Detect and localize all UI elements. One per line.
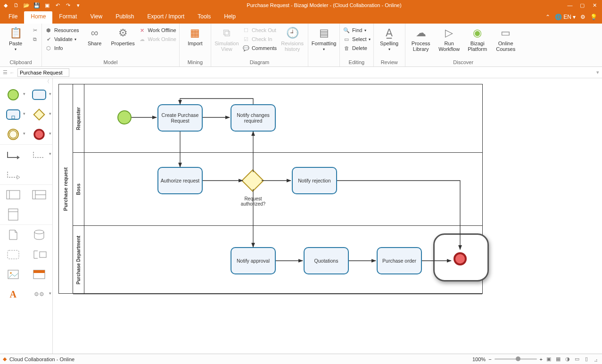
diagram-tab-input[interactable] bbox=[17, 68, 69, 77]
palette-image[interactable] bbox=[0, 265, 26, 284]
task-quotations[interactable]: Quotations bbox=[304, 247, 349, 274]
saveall-icon[interactable]: ▣ bbox=[43, 1, 51, 9]
palette-header[interactable] bbox=[26, 265, 53, 284]
lane-requester[interactable]: Requester Create Purchase Request Notify… bbox=[73, 84, 482, 153]
copy-icon: ⧉ bbox=[31, 35, 39, 43]
fit-icon[interactable]: ▣ bbox=[545, 356, 552, 363]
ribbon: 📋 Paste ▾ ✂ ⧉ Clipboard ⬢Resources ✔Vali… bbox=[0, 24, 602, 67]
language-selector[interactable]: 🌐 EN ▾ bbox=[555, 14, 576, 20]
gear-icon: ⚙ bbox=[116, 26, 130, 40]
canvas[interactable]: Purchase request Requester Create Purcha… bbox=[53, 78, 602, 354]
share-button[interactable]: ∞ Share bbox=[82, 26, 107, 46]
validate-button[interactable]: ✔Validate▾ bbox=[45, 35, 79, 43]
zoom-in-button[interactable]: + bbox=[540, 356, 543, 362]
resources-button[interactable]: ⬢Resources bbox=[45, 26, 79, 34]
select-button[interactable]: ▭Select▾ bbox=[343, 35, 371, 43]
diagram-tree-icon[interactable]: ☰ bbox=[3, 69, 8, 75]
tab-file[interactable]: File bbox=[2, 10, 24, 24]
lane-boss[interactable]: Boss Authorize request Request authorize… bbox=[73, 153, 482, 226]
palette-end-event[interactable]: ▾ bbox=[26, 124, 53, 144]
import-mining-button[interactable]: ▦ Import bbox=[182, 26, 208, 46]
palette-data-store[interactable] bbox=[26, 225, 53, 245]
redo-icon[interactable]: ↷ bbox=[64, 1, 72, 9]
palette-pool[interactable] bbox=[0, 185, 26, 205]
palette-sequence-flow[interactable] bbox=[0, 145, 26, 165]
search-icon: 🔍 bbox=[343, 26, 350, 34]
online-courses-button[interactable]: ▭Online Courses bbox=[493, 26, 519, 52]
bizagi-platform-button[interactable]: ◉Bizagi Platform bbox=[465, 26, 490, 52]
palette-group[interactable] bbox=[0, 245, 26, 265]
ribbon-collapse-icon[interactable]: ⌃ bbox=[545, 14, 550, 20]
hint-icon[interactable]: 💡 bbox=[590, 14, 597, 20]
zoom-out-button[interactable]: − bbox=[488, 356, 491, 362]
tab-tools[interactable]: Tools bbox=[191, 10, 217, 24]
save-icon[interactable]: 💾 bbox=[33, 1, 41, 9]
pool[interactable]: Purchase request Requester Create Purcha… bbox=[58, 84, 483, 294]
settings-icon[interactable]: ⚙ bbox=[580, 14, 586, 20]
close-button[interactable]: ✕ bbox=[591, 2, 598, 8]
qat-dropdown-icon[interactable]: ▾ bbox=[74, 1, 82, 9]
tab-export-import[interactable]: Export / Import bbox=[141, 10, 191, 24]
lane-purchase-department[interactable]: Purchase Department Notify approval Quot… bbox=[73, 226, 482, 294]
simulation-view-button: ⧉ Simulation View bbox=[214, 26, 239, 52]
new-icon[interactable]: 🗋 bbox=[12, 1, 20, 9]
view-mode2-icon[interactable]: ▯ bbox=[583, 356, 590, 363]
task-notify-rejection[interactable]: Notify rejection bbox=[292, 167, 337, 194]
grid-icon[interactable]: ▦ bbox=[555, 356, 561, 363]
tab-help[interactable]: Help bbox=[217, 10, 242, 24]
process-library-button[interactable]: ☁Process Library bbox=[408, 26, 434, 52]
zoom-slider[interactable] bbox=[495, 358, 537, 360]
end-event[interactable] bbox=[454, 252, 467, 265]
palette-subprocess[interactable]: ▾ bbox=[0, 105, 26, 124]
maximize-button[interactable]: ▢ bbox=[578, 2, 586, 8]
task-create-purchase-request[interactable]: Create Purchase Request bbox=[157, 104, 203, 132]
palette-settings[interactable]: ⚙⚙▾ bbox=[26, 284, 53, 304]
palette-intermediate-event[interactable]: ▾ bbox=[0, 124, 26, 144]
palette-data-object[interactable] bbox=[0, 225, 26, 245]
menu-tabs: File Home Format View Publish Export / I… bbox=[0, 10, 602, 24]
tab-publish[interactable]: Publish bbox=[109, 10, 140, 24]
task-authorize-request[interactable]: Authorize request bbox=[157, 167, 203, 194]
start-event[interactable] bbox=[117, 110, 132, 124]
delete-button[interactable]: 🗑Delete bbox=[343, 44, 371, 52]
palette-gateway[interactable]: ▾ bbox=[26, 105, 53, 124]
formatting-button[interactable]: ▤ Formatting ▾ bbox=[311, 26, 337, 51]
resize-grip-icon[interactable]: ⣠ bbox=[593, 356, 599, 363]
palette-start-event[interactable]: ▾ bbox=[0, 85, 26, 105]
palette-milestone[interactable] bbox=[0, 205, 26, 224]
tab-home[interactable]: Home bbox=[24, 11, 52, 24]
palette-lane[interactable] bbox=[26, 185, 53, 205]
palette-text[interactable]: A bbox=[0, 284, 26, 304]
info-button[interactable]: ⬡Info bbox=[45, 44, 79, 52]
task-notify-changes[interactable]: Notify changes required bbox=[231, 104, 276, 132]
palette-task[interactable]: ▾ bbox=[26, 85, 53, 105]
back-icon[interactable]: ← bbox=[9, 70, 15, 75]
undo-icon[interactable]: ↶ bbox=[54, 1, 61, 9]
spelling-button[interactable]: A̲ Spelling ▾ bbox=[377, 26, 402, 51]
task-notify-approval[interactable]: Notify approval bbox=[231, 247, 276, 274]
run-workflow-button[interactable]: ▷Run Workflow bbox=[437, 26, 462, 52]
properties-button[interactable]: ⚙ Properties bbox=[110, 26, 136, 46]
open-icon[interactable]: 📂 bbox=[23, 1, 30, 9]
tab-options-icon[interactable]: ▾ bbox=[596, 69, 599, 75]
copy-button[interactable]: ⧉ bbox=[31, 35, 39, 43]
palette-annotation[interactable] bbox=[26, 245, 53, 265]
palette-collapse-icon[interactable]: 〈 bbox=[0, 78, 52, 85]
minimize-button[interactable]: — bbox=[566, 2, 574, 8]
tab-format[interactable]: Format bbox=[52, 10, 83, 24]
find-button[interactable]: 🔍Find▾ bbox=[343, 26, 371, 34]
delete-icon: 🗑 bbox=[343, 44, 350, 52]
cut-button[interactable]: ✂ bbox=[31, 26, 39, 34]
pool-title[interactable]: Purchase request bbox=[59, 84, 73, 293]
zoom-label: 100% bbox=[472, 356, 486, 362]
comments-button[interactable]: 💬Comments bbox=[242, 44, 277, 52]
palette-association[interactable]: ▾ bbox=[26, 145, 53, 165]
paste-button[interactable]: 📋 Paste ▾ bbox=[3, 26, 28, 51]
gateway-request-authorized[interactable] bbox=[241, 169, 264, 192]
palette-message-flow[interactable] bbox=[0, 165, 26, 184]
presentation-icon[interactable]: ◑ bbox=[564, 356, 571, 363]
tab-view[interactable]: View bbox=[83, 10, 109, 24]
view-mode1-icon[interactable]: ▭ bbox=[574, 356, 580, 363]
work-offline-button[interactable]: ⤫Work Offline bbox=[139, 26, 176, 34]
task-purchase-order[interactable]: Purchase order bbox=[377, 247, 422, 274]
